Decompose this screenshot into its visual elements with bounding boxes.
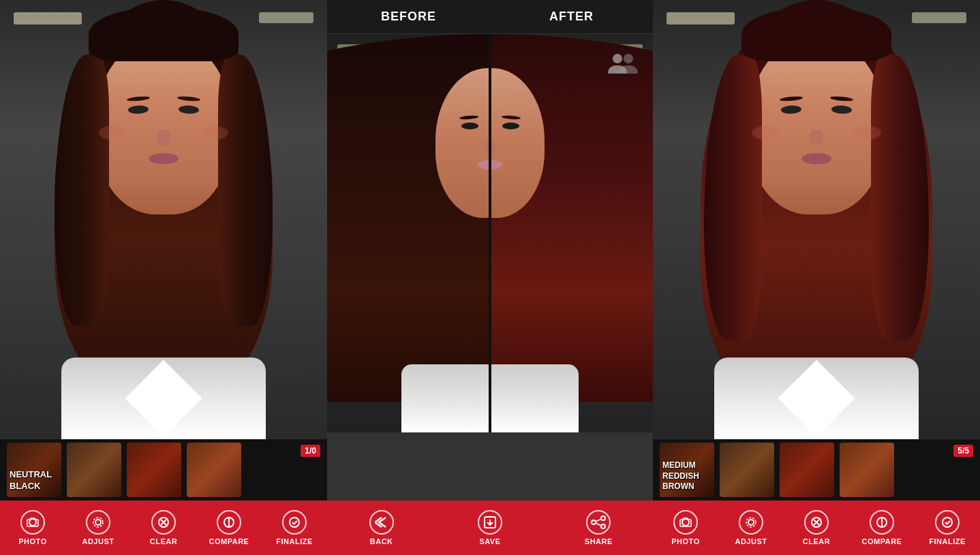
right-finalize-label: FINALIZE: [929, 537, 966, 545]
svg-point-17: [682, 519, 689, 526]
compare-person-icon: [605, 48, 639, 88]
right-finalize-icon: [935, 510, 960, 535]
svg-point-10: [624, 54, 633, 63]
right-panel-bottom: MEDIUM REDDISH BROWN 5/5 PHOTO: [653, 439, 980, 555]
left-finalize-label: FINALIZE: [276, 537, 313, 545]
svg-point-14: [592, 520, 596, 524]
svg-line-15: [596, 519, 601, 522]
right-finalize-button[interactable]: FINALIZE: [923, 510, 971, 545]
right-swatch-3: [780, 443, 834, 497]
svg-line-16: [596, 523, 601, 526]
right-photo-label: PHOTO: [671, 537, 699, 545]
share-button[interactable]: SHARE: [575, 510, 622, 545]
left-color-name: NEUTRAL BLACK: [10, 469, 52, 492]
right-clear-icon: [804, 510, 829, 535]
right-adjust-icon: [739, 510, 763, 535]
left-badge: 1/0: [301, 445, 320, 457]
right-swatch-bar: MEDIUM REDDISH BROWN 5/5: [653, 439, 980, 501]
right-compare-label: COMPARE: [862, 537, 902, 545]
left-photo-button[interactable]: PHOTO: [9, 510, 57, 545]
right-photo-button[interactable]: PHOTO: [662, 510, 709, 545]
compare-after: [490, 34, 653, 432]
left-panel-bottom: NEUTRAL BLACK 1/0 PHOTO: [0, 439, 327, 555]
swatch-2: [67, 443, 121, 497]
share-label: SHARE: [585, 537, 613, 545]
compare-before: [327, 34, 490, 432]
left-face-image: [0, 0, 327, 439]
svg-point-25: [943, 518, 952, 527]
left-compare-label: COMPARE: [209, 537, 249, 545]
save-button[interactable]: SAVE: [466, 510, 514, 545]
adjust-icon: [86, 510, 110, 535]
compare-icon: [217, 510, 241, 535]
right-swatch-4: [840, 443, 894, 497]
before-label: BEFORE: [327, 10, 490, 24]
right-compare-button[interactable]: COMPARE: [858, 510, 906, 545]
left-clear-button[interactable]: CLEAR: [140, 510, 187, 545]
left-swatch-bar: NEUTRAL BLACK 1/0: [0, 439, 327, 501]
swatch-4: [187, 443, 241, 497]
left-clear-label: CLEAR: [150, 537, 177, 545]
right-swatch-2: [720, 443, 774, 497]
right-clear-label: CLEAR: [803, 537, 830, 545]
left-adjust-label: ADJUST: [82, 537, 114, 545]
clear-icon: [151, 510, 176, 535]
svg-point-8: [290, 518, 299, 527]
right-adjust-button[interactable]: ADJUST: [727, 510, 775, 545]
svg-point-12: [601, 516, 605, 520]
right-toolbar: PHOTO ADJUST: [653, 501, 980, 555]
middle-panel: BEFORE AFTER: [327, 0, 653, 555]
left-compare-button[interactable]: COMPARE: [205, 510, 253, 545]
left-panel: NEUTRAL BLACK 1/0 PHOTO: [0, 0, 327, 555]
right-panel: MEDIUM REDDISH BROWN 5/5 PHOTO: [653, 0, 980, 555]
svg-point-1: [95, 520, 101, 525]
back-icon: [369, 510, 394, 535]
after-label: AFTER: [490, 10, 653, 24]
svg-point-13: [601, 524, 605, 528]
compare-image-area: [327, 34, 653, 432]
left-finalize-button[interactable]: FINALIZE: [271, 510, 318, 545]
swatch-3: [127, 443, 181, 497]
save-icon: [478, 510, 502, 535]
finalize-icon: [282, 510, 307, 535]
right-face-image: [653, 0, 980, 439]
right-photo-icon: [673, 510, 698, 535]
compare-divider: [489, 34, 491, 432]
right-badge: 5/5: [953, 445, 973, 457]
left-adjust-button[interactable]: ADJUST: [74, 510, 122, 545]
back-button[interactable]: BACK: [358, 510, 405, 545]
right-adjust-label: ADJUST: [735, 537, 767, 545]
left-toolbar: PHOTO ADJUST: [0, 501, 327, 555]
middle-toolbar: BACK SAVE SHARE: [327, 501, 653, 555]
svg-point-0: [29, 519, 36, 526]
compare-gray-area: [327, 432, 653, 501]
svg-point-9: [613, 54, 622, 63]
left-photo-label: PHOTO: [18, 537, 46, 545]
svg-point-18: [748, 520, 754, 525]
right-compare-icon: [870, 510, 894, 535]
save-label: SAVE: [479, 537, 500, 545]
right-color-name: MEDIUM REDDISH BROWN: [662, 460, 699, 492]
back-label: BACK: [370, 537, 393, 545]
share-icon: [586, 510, 611, 535]
photo-icon: [20, 510, 45, 535]
compare-header: BEFORE AFTER: [327, 0, 653, 34]
right-clear-button[interactable]: CLEAR: [793, 510, 840, 545]
